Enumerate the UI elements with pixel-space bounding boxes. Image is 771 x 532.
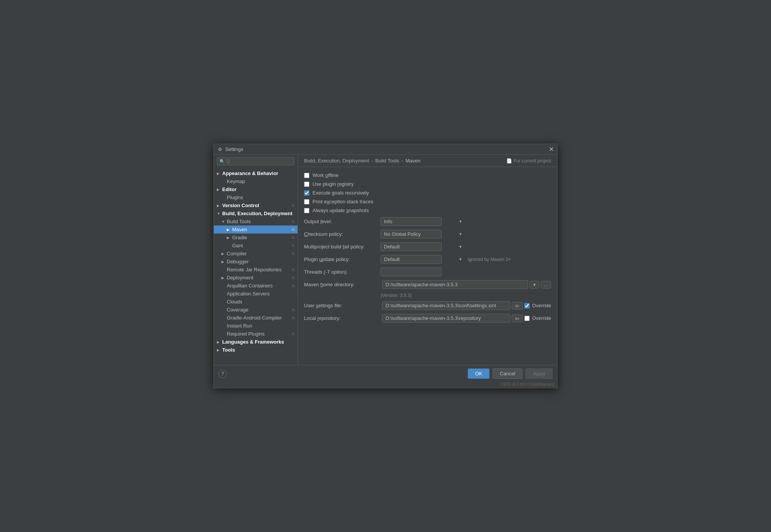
copy-icon: ⧉ [292, 276, 294, 280]
checksum-policy-select[interactable]: No Global Policy Fail Warn Ignore [381, 230, 442, 238]
print-exception-checkbox[interactable] [304, 199, 309, 204]
local-repo-override-label: Override [532, 315, 551, 321]
sidebar-item-tools[interactable]: ▶ Tools [214, 346, 298, 354]
sidebar-item-languages[interactable]: ▶ Languages & Frameworks [214, 338, 298, 346]
user-settings-override-label: Override [532, 303, 551, 308]
sidebar-item-version-control[interactable]: ▶ Version Control ⧉ [214, 201, 298, 209]
arrow-icon: ▶ [227, 228, 232, 232]
plugin-update-select-wrapper: Default Force update Never update ▼ [381, 255, 465, 264]
arrow-icon: ▶ [217, 188, 222, 191]
copy-icon: ⧉ [292, 308, 294, 312]
for-project: 📄 For current project [506, 158, 551, 164]
checksum-policy-row: Checksum policy: No Global Policy Fail W… [304, 230, 551, 238]
always-update-label: Always update snapshots [312, 208, 369, 213]
output-level-select-wrapper: Debug Info Warning Error ▼ [381, 217, 465, 226]
sidebar-item-keymap[interactable]: Keymap [214, 177, 298, 185]
plugin-update-select[interactable]: Default Force update Never update [381, 255, 442, 264]
execute-goals-row: Execute goals recursively [304, 190, 551, 196]
sidebar-item-gradle[interactable]: ▶ Gradle ⧉ [214, 234, 298, 242]
user-settings-input[interactable] [382, 301, 510, 310]
copy-icon: ⧉ [292, 219, 294, 224]
maven-home-input[interactable] [382, 280, 528, 289]
sidebar-item-clouds[interactable]: Clouds [214, 298, 298, 306]
search-box[interactable]: 🔍 [217, 157, 294, 165]
sidebar-item-build-tools[interactable]: ▼ Build Tools ⧉ [214, 217, 298, 225]
user-settings-override-checkbox[interactable] [524, 303, 530, 308]
copy-icon: ⧉ [292, 332, 294, 336]
sidebar-item-maven[interactable]: ▶ Maven ⧉ [214, 225, 298, 234]
settings-icon: ⚙ [217, 146, 223, 152]
maven-home-dropdown-button[interactable]: ▼ [530, 281, 539, 289]
title-bar: ⚙ Settings ✕ [214, 144, 557, 155]
print-exception-label: Print exception stack traces [312, 199, 373, 204]
copy-icon: ⧉ [292, 251, 294, 256]
sidebar-item-arquillian[interactable]: Arquillian Containers ⧉ [214, 282, 298, 290]
sidebar-item-label: Debugger [227, 259, 294, 264]
local-repo-browse-button[interactable]: 🗁 [512, 315, 523, 322]
arrow-icon: ▶ [217, 348, 222, 352]
local-repo-input[interactable] [382, 314, 510, 323]
always-update-checkbox[interactable] [304, 208, 309, 213]
apply-button[interactable]: Apply [525, 368, 553, 379]
close-button[interactable]: ✕ [548, 146, 554, 152]
print-exception-row: Print exception stack traces [304, 199, 551, 204]
sidebar-item-debugger[interactable]: ▶ Debugger [214, 258, 298, 266]
help-button[interactable]: ? [218, 370, 227, 378]
work-offline-checkbox[interactable] [304, 173, 309, 178]
output-level-select[interactable]: Debug Info Warning Error [381, 217, 442, 226]
copy-icon: ⧉ [292, 235, 294, 240]
user-settings-label: User settings file: [304, 303, 381, 308]
settings-dialog: ⚙ Settings ✕ 🔍 ▶ Appearance & Behavior K… [213, 144, 558, 388]
sidebar-item-label: Editor [222, 187, 294, 192]
sidebar-item-app-servers[interactable]: Application Servers [214, 290, 298, 298]
sidebar-item-label: Maven [232, 227, 290, 232]
execute-goals-checkbox[interactable] [304, 190, 309, 196]
threads-label: Threads (-T option). [304, 269, 381, 275]
sidebar-item-deployment[interactable]: ▶ Deployment ⧉ [214, 274, 298, 282]
use-plugin-label: Use plugin registry [312, 181, 354, 187]
local-repo-override-checkbox[interactable] [524, 316, 530, 321]
sidebar-item-editor[interactable]: ▶ Editor [214, 185, 298, 193]
copy-icon: ⧉ [292, 316, 294, 320]
ok-button[interactable]: OK [468, 368, 490, 379]
sidebar-item-coverage[interactable]: Coverage ⧉ [214, 306, 298, 314]
sidebar-item-plugins[interactable]: Plugins [214, 193, 298, 201]
sidebar-item-instant-run[interactable]: Instant Run [214, 322, 298, 330]
sidebar-item-label: Coverage [227, 307, 290, 313]
multiproject-select[interactable]: Default Fail at end Never fail [381, 242, 442, 251]
checksum-policy-select-wrapper: No Global Policy Fail Warn Ignore ▼ [381, 230, 465, 238]
chevron-down-icon: ▼ [459, 257, 462, 261]
local-repo-row: Local repository: 🗁 Override [304, 314, 551, 323]
maven-home-browse-button[interactable]: ... [541, 281, 551, 289]
sidebar-item-gant[interactable]: Gant ⧉ [214, 242, 298, 250]
sidebar-item-required-plugins[interactable]: Required Plugins ⧉ [214, 330, 298, 338]
threads-input[interactable] [381, 268, 442, 276]
sidebar-item-label: Required Plugins [227, 331, 290, 337]
cancel-button[interactable]: Cancel [493, 368, 522, 379]
plugin-update-note: ignored by Maven 3+ [468, 257, 511, 262]
main-panel: Build, Execution, Deployment › Build Too… [298, 155, 557, 365]
dialog-content: 🔍 ▶ Appearance & Behavior Keymap ▶ Edito… [214, 155, 557, 365]
search-input[interactable] [226, 159, 292, 164]
breadcrumb-sep1: › [371, 158, 373, 164]
work-offline-row: Work offline [304, 172, 551, 178]
user-settings-browse-button[interactable]: 🗁 [512, 302, 523, 310]
use-plugin-checkbox[interactable] [304, 182, 309, 187]
arrow-icon: ▶ [217, 204, 222, 208]
sidebar-item-label: Build Tools [227, 219, 290, 224]
footer: ? OK Cancel Apply CSDN @不想写代码的Rayoung [214, 365, 557, 388]
sidebar-item-remote-jar[interactable]: Remote Jar Repositories ⧉ [214, 266, 298, 274]
always-update-row: Always update snapshots [304, 208, 551, 213]
sidebar-item-label: Languages & Frameworks [222, 339, 294, 345]
sidebar-item-label: Plugins [227, 195, 294, 200]
sidebar-item-appearance[interactable]: ▶ Appearance & Behavior [214, 169, 298, 177]
sidebar-item-compiler[interactable]: ▶ Compiler ⧉ [214, 250, 298, 258]
sidebar-item-label: Appearance & Behavior [222, 170, 294, 176]
project-icon: 📄 [506, 158, 512, 164]
sidebar-item-gradle-android[interactable]: Gradle-Android Compiler ⧉ [214, 314, 298, 322]
copy-icon: ⧉ [292, 243, 294, 248]
threads-row: Threads (-T option). [304, 268, 551, 276]
sidebar-item-build-exec[interactable]: ▼ Build, Execution, Deployment [214, 209, 298, 217]
sidebar-item-label: Build, Execution, Deployment [222, 211, 294, 216]
work-offline-label: Work offline [312, 172, 338, 178]
